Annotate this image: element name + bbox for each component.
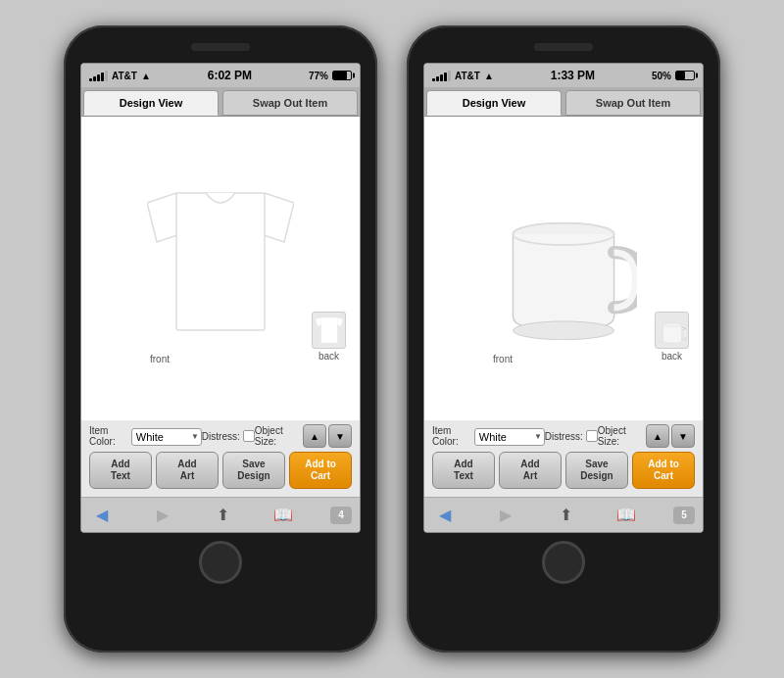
back-thumb-svg-2 <box>659 316 686 344</box>
back-thumb-svg-1 <box>316 315 343 345</box>
product-area-1: front back <box>81 117 360 420</box>
svg-rect-2 <box>176 193 265 330</box>
size-buttons-2: ▲ ▼ <box>646 424 695 448</box>
battery-fill-2 <box>676 72 685 79</box>
signal-bar-2-3 <box>440 74 443 81</box>
signal-bar-2-4 <box>444 73 447 81</box>
product-area-2: front back <box>424 117 703 420</box>
size-down-btn-2[interactable]: ▼ <box>671 424 695 448</box>
screen-1: AT&T ▲ 6:02 PM 77% Design View Swap Out … <box>80 63 361 533</box>
tab-bar-1: Design View Swap Out Item <box>81 87 360 117</box>
back-thumb-area-2[interactable]: back <box>655 312 689 362</box>
distress-label-2: Distress: <box>545 431 583 442</box>
distress-checkbox-2[interactable] <box>586 430 598 442</box>
size-right-1: Object Size: ▲ ▼ <box>255 424 352 448</box>
signal-bar-5 <box>105 71 108 81</box>
size-buttons-1: ▲ ▼ <box>303 424 352 448</box>
add-to-cart-btn-2[interactable]: Add toCart <box>632 452 695 489</box>
size-up-btn-1[interactable]: ▲ <box>303 424 326 448</box>
distress-area-2: Distress: <box>545 430 598 442</box>
back-btn-1[interactable]: ◀ <box>89 503 115 528</box>
mug-svg <box>490 183 637 340</box>
action-buttons-1: AddText AddArt SaveDesign Add toCart <box>89 452 352 489</box>
distress-label-1: Distress: <box>202 431 240 442</box>
color-label-2: Item Color: <box>432 425 470 447</box>
status-right-1: 77% <box>309 71 352 81</box>
share-btn-1[interactable]: ⬆ <box>210 503 235 528</box>
size-right-2: Object Size: ▲ ▼ <box>598 424 695 448</box>
home-button-2[interactable] <box>542 541 585 584</box>
signal-bar-2-1 <box>432 78 435 81</box>
color-size-row-2: Item Color: White Distress: Object Size:… <box>432 424 695 448</box>
back-thumb-2[interactable] <box>655 312 689 349</box>
bookmarks-btn-2[interactable]: 📖 <box>613 503 639 528</box>
time-2: 1:33 PM <box>551 69 595 82</box>
color-select-1[interactable]: White <box>131 428 202 446</box>
back-thumb-1[interactable] <box>312 312 346 349</box>
tshirt-svg <box>147 183 294 340</box>
add-to-cart-btn-1[interactable]: Add toCart <box>289 452 352 489</box>
color-select-wrapper-2[interactable]: White <box>474 427 545 446</box>
front-label-1: front <box>150 354 170 364</box>
back-btn-2[interactable]: ◀ <box>432 503 458 528</box>
forward-btn-1[interactable]: ▶ <box>150 503 175 528</box>
phone-1: AT&T ▲ 6:02 PM 77% Design View Swap Out … <box>64 25 377 653</box>
tab-bar-2: Design View Swap Out Item <box>424 87 703 117</box>
phone-bottom-2 <box>542 541 585 584</box>
save-design-btn-1[interactable]: SaveDesign <box>222 452 285 489</box>
save-design-btn-2[interactable]: SaveDesign <box>565 452 628 489</box>
status-right-2: 50% <box>652 71 695 81</box>
signal-bar-1 <box>89 78 92 81</box>
signal-bar-3 <box>97 74 100 81</box>
speaker-2 <box>534 43 593 51</box>
distress-area-1: Distress: <box>202 430 255 442</box>
controls-area-1: Item Color: White Distress: Object Size:… <box>81 420 360 497</box>
battery-pct-2: 50% <box>652 71 671 81</box>
phone-bottom-1 <box>199 541 242 584</box>
add-art-btn-2[interactable]: AddArt <box>499 452 562 489</box>
signal-bar-4 <box>101 73 104 81</box>
forward-btn-2[interactable]: ▶ <box>493 503 518 528</box>
add-text-btn-1[interactable]: AddText <box>89 452 152 489</box>
size-label-1: Object Size: <box>255 425 299 447</box>
add-text-btn-2[interactable]: AddText <box>432 452 495 489</box>
battery-fill-1 <box>333 72 347 79</box>
wifi-icon-1: ▲ <box>141 71 151 81</box>
status-left-1: AT&T ▲ <box>89 71 151 81</box>
product-image-2 <box>485 173 642 350</box>
share-btn-2[interactable]: ⬆ <box>553 503 578 528</box>
battery-icon-2 <box>675 71 695 80</box>
tab-design-view-1[interactable]: Design View <box>83 90 219 116</box>
distress-checkbox-1[interactable] <box>243 430 255 442</box>
browser-bar-2: ◀ ▶ ⬆ 📖 5 <box>424 497 703 532</box>
back-thumb-area-1[interactable]: back <box>312 312 346 362</box>
battery-icon-1 <box>332 71 352 80</box>
svg-rect-5 <box>320 317 337 343</box>
screen-2: AT&T ▲ 1:33 PM 50% Design View Swap Out … <box>423 63 704 533</box>
phone-2: AT&T ▲ 1:33 PM 50% Design View Swap Out … <box>407 25 720 653</box>
signal-bars-2 <box>432 71 451 81</box>
speaker-1 <box>191 43 250 51</box>
status-bar-2: AT&T ▲ 1:33 PM 50% <box>424 64 703 87</box>
phone-top-2 <box>418 43 709 57</box>
tab-count-1[interactable]: 4 <box>330 507 352 524</box>
carrier-2: AT&T <box>455 71 480 81</box>
tab-swap-out-1[interactable]: Swap Out Item <box>222 90 358 116</box>
add-art-btn-1[interactable]: AddArt <box>156 452 219 489</box>
bookmarks-btn-1[interactable]: 📖 <box>270 503 296 528</box>
color-select-wrapper-1[interactable]: White <box>131 427 202 446</box>
size-down-btn-1[interactable]: ▼ <box>328 424 352 448</box>
wifi-icon-2: ▲ <box>484 71 494 81</box>
back-label-1: back <box>318 351 339 362</box>
color-select-2[interactable]: White <box>474 428 545 446</box>
tab-swap-out-2[interactable]: Swap Out Item <box>565 90 701 116</box>
time-1: 6:02 PM <box>208 69 252 82</box>
controls-area-2: Item Color: White Distress: Object Size:… <box>424 420 703 497</box>
tab-count-2[interactable]: 5 <box>673 507 695 524</box>
home-button-1[interactable] <box>199 541 242 584</box>
size-up-btn-2[interactable]: ▲ <box>646 424 669 448</box>
product-image-1 <box>142 173 299 350</box>
size-label-2: Object Size: <box>598 425 642 447</box>
signal-bars-1 <box>89 71 108 81</box>
tab-design-view-2[interactable]: Design View <box>426 90 562 116</box>
